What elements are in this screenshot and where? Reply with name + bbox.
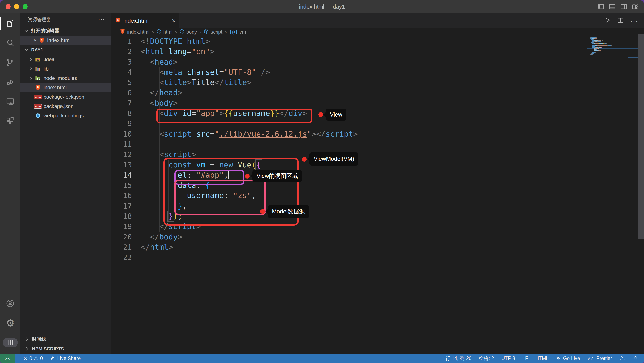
- tree-item-webpack-config-js[interactable]: webpack.config.js: [20, 111, 111, 120]
- breadcrumb-item-index.html[interactable]: 5index.html: [120, 28, 150, 36]
- notifications-bell-icon[interactable]: [632, 355, 638, 361]
- npm-icon: npm: [34, 95, 41, 99]
- annotation-box-view: [156, 109, 312, 123]
- timeline-section[interactable]: 时间线: [20, 334, 111, 344]
- code-line[interactable]: 20 </body>: [111, 232, 644, 242]
- minimap-line: [590, 54, 593, 55]
- tab-label: index.html: [123, 18, 149, 24]
- line-number: 19: [111, 221, 132, 232]
- code-text: </head>: [141, 88, 182, 98]
- code-editor[interactable]: 1<!DOCTYPE html>2<html lang="en">3 <head…: [111, 36, 644, 354]
- breadcrumb: 5index.html›html›body›script›[@]vm: [111, 28, 644, 36]
- chevron-right-icon: [27, 66, 34, 72]
- code-line[interactable]: 3 <head>: [111, 57, 644, 67]
- cursor-position-status[interactable]: 行 14, 列 20: [445, 355, 472, 362]
- eol-status[interactable]: LF: [522, 356, 528, 361]
- file-label: .idea: [44, 56, 54, 62]
- minimap[interactable]: [587, 37, 638, 66]
- cube-icon: [156, 29, 162, 35]
- tree-item-package-json[interactable]: npmpackage.json: [20, 102, 111, 111]
- split-editor-icon[interactable]: [617, 16, 624, 25]
- line-number: 8: [111, 108, 132, 118]
- code-line[interactable]: 7 <body>: [111, 98, 644, 108]
- remote-explorer-icon[interactable]: [0, 92, 20, 112]
- tree-item-package-lock-json[interactable]: npmpackage-lock.json: [20, 92, 111, 102]
- minimap-line: [590, 45, 612, 46]
- breadcrumb-label: index.html: [127, 29, 150, 35]
- npm-icon: npm: [34, 104, 41, 109]
- sidebar-title: 资源管理器: [28, 16, 51, 23]
- feedback-icon[interactable]: [619, 355, 625, 361]
- run-debug-icon[interactable]: [0, 72, 20, 92]
- more-actions-icon[interactable]: ···: [630, 16, 638, 25]
- close-tab-icon[interactable]: ×: [172, 17, 176, 24]
- customize-layout-icon[interactable]: [632, 3, 639, 10]
- source-control-icon[interactable]: [0, 52, 20, 72]
- run-button[interactable]: [603, 16, 611, 25]
- file-label: lib: [44, 66, 48, 72]
- live-share-button[interactable]: Live Share: [50, 356, 81, 361]
- close-icon[interactable]: ×: [32, 37, 38, 44]
- search-icon[interactable]: [0, 33, 20, 52]
- code-line[interactable]: 2<html lang="en">: [111, 46, 644, 57]
- live-share-icon: [50, 356, 56, 361]
- line-number: 10: [111, 129, 132, 139]
- code-line[interactable]: 1<!DOCTYPE html>: [111, 36, 644, 46]
- toggle-secondary-sidebar-icon[interactable]: [620, 3, 628, 10]
- breadcrumb-label: body: [186, 29, 197, 35]
- breadcrumb-item-vm[interactable]: [@]vm: [229, 29, 246, 35]
- project-section-day1[interactable]: DAY1: [20, 45, 111, 55]
- breadcrumb-item-html[interactable]: html: [156, 29, 172, 35]
- line-number: 7: [111, 98, 132, 108]
- tree-item--idea[interactable]: .idea: [20, 55, 111, 64]
- toggle-panel-icon[interactable]: [609, 3, 616, 10]
- file-label: node_modules: [44, 75, 77, 81]
- error-icon: ⊗: [24, 355, 28, 361]
- indentation-status[interactable]: 空格: 2: [479, 355, 494, 362]
- tree-item-index-html[interactable]: 5index.html: [20, 83, 111, 92]
- annotation-dot: [245, 174, 250, 178]
- line-number: 11: [111, 139, 132, 149]
- tree-item-lib[interactable]: lib: [20, 64, 111, 74]
- code-line[interactable]: 22: [111, 252, 644, 262]
- line-number: 6: [111, 88, 132, 98]
- code-line[interactable]: 11: [111, 139, 644, 149]
- open-editors-section[interactable]: 打开的编辑器: [20, 26, 111, 36]
- settings-icon[interactable]: ⚙: [0, 313, 20, 333]
- breadcrumb-separator: ›: [175, 29, 177, 35]
- code-text: <title>Title</title>: [141, 77, 252, 88]
- extensions-icon[interactable]: [0, 112, 20, 131]
- line-number: 5: [111, 77, 132, 88]
- language-mode-status[interactable]: HTML: [536, 356, 549, 361]
- code-line[interactable]: 5 <title>Title</title>: [111, 77, 644, 88]
- toggle-sidebar-icon[interactable]: [597, 3, 604, 10]
- code-line[interactable]: 10 <script src="./lib/vue-2.6.12.js"></s…: [111, 129, 644, 139]
- editor-scrollbar[interactable]: [638, 34, 644, 240]
- explorer-icon[interactable]: [0, 14, 20, 33]
- tree-item-node-modules[interactable]: node_modules: [20, 74, 111, 83]
- remote-indicator[interactable]: ><: [0, 354, 15, 363]
- breadcrumb-item-body[interactable]: body: [180, 29, 197, 35]
- line-number: 22: [111, 252, 132, 262]
- account-icon[interactable]: [0, 294, 20, 313]
- open-editor-item[interactable]: ×5index.html: [20, 36, 111, 45]
- code-line[interactable]: 6 </head>: [111, 88, 644, 98]
- minimap-line: [590, 43, 606, 44]
- symbol-icon: [@]: [229, 29, 238, 35]
- annotation-dot: [318, 112, 323, 117]
- code-line[interactable]: 21</html>: [111, 242, 644, 252]
- breadcrumb-label: html: [163, 29, 172, 35]
- code-line[interactable]: 4 <meta charset="UTF-8" />: [111, 67, 644, 77]
- sidebar-more-icon[interactable]: ⋯: [98, 16, 105, 24]
- code-text: <script src="./lib/vue-2.6.12.js"></scri…: [141, 129, 358, 139]
- problems-status[interactable]: ⊗0 ⚠0: [24, 355, 43, 361]
- line-number: 15: [111, 180, 132, 190]
- tab-bar: 5 index.html × ···: [111, 14, 644, 28]
- encoding-status[interactable]: UTF-8: [501, 356, 515, 361]
- prettier-status[interactable]: ✓✓ Prettier: [587, 355, 612, 361]
- go-live-button[interactable]: Go Live: [556, 356, 580, 361]
- tune-icon[interactable]: [0, 333, 20, 352]
- breadcrumb-item-script[interactable]: script: [204, 29, 222, 35]
- npm-scripts-section[interactable]: NPM SCRIPTS: [20, 344, 111, 354]
- tab-index-html[interactable]: 5 index.html ×: [111, 14, 179, 28]
